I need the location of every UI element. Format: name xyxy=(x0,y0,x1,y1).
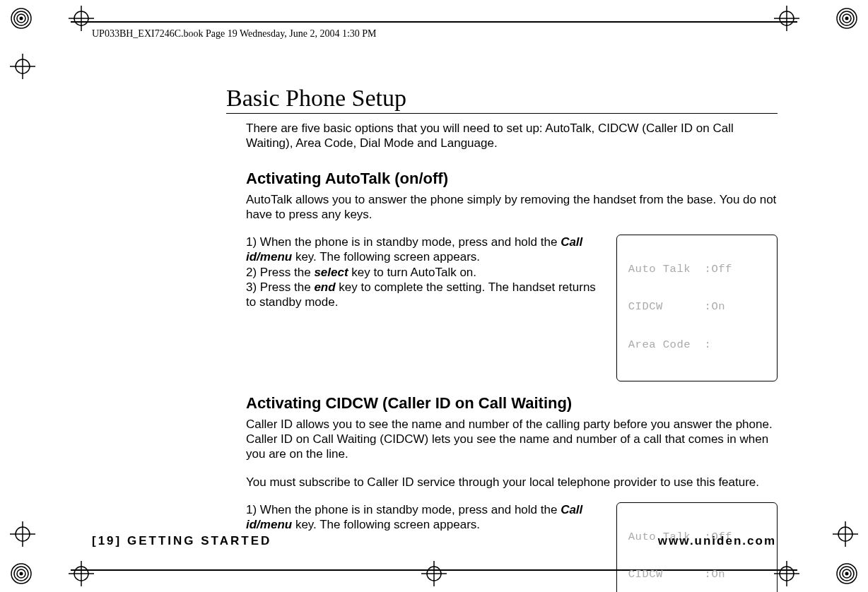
crop-mark-icon xyxy=(833,521,858,547)
book-meta: UP033BH_EXI7246C.book Page 19 Wednesday,… xyxy=(92,28,377,40)
crop-mark-icon xyxy=(10,54,35,79)
step-text: key. The following screen appears. xyxy=(292,518,480,531)
page-title: Basic Phone Setup xyxy=(226,85,778,114)
step-1: 1) When the phone is in standby mode, pr… xyxy=(246,235,606,265)
crop-mark-icon xyxy=(69,6,94,31)
step-text: 1) When the phone is in standby mode, pr… xyxy=(246,235,561,249)
step-1: 1) When the phone is in standby mode, pr… xyxy=(246,502,606,533)
steps-with-figure-autotalk: 1) When the phone is in standby mode, pr… xyxy=(246,235,778,381)
crop-mark-icon xyxy=(10,521,35,547)
reg-circle-icon xyxy=(835,7,858,30)
lcd-screen-figure: Auto Talk :Off CIDCW :On Area Code : xyxy=(616,235,778,381)
lcd-line: CIDCW :On xyxy=(621,301,773,314)
section-body-cidcw-2: You must subscribe to Caller ID service … xyxy=(246,475,778,490)
footer-left: [19] GETTING STARTED xyxy=(92,534,271,548)
lcd-line: Area Code : xyxy=(621,339,773,352)
lcd-line: Auto Talk :Off xyxy=(621,264,773,276)
svg-point-7 xyxy=(845,17,849,20)
crop-mark-icon xyxy=(69,561,94,586)
step-text: 2) Press the xyxy=(246,266,314,279)
step-text: 1) When the phone is in standby mode, pr… xyxy=(246,503,561,516)
step-text: key. The following screen appears. xyxy=(292,250,480,264)
crop-mark-icon xyxy=(774,561,799,586)
page-content: Basic Phone Setup There are five basic o… xyxy=(226,85,778,592)
page-footer: [19] GETTING STARTED www.uniden.com xyxy=(92,534,776,548)
step-3: 3) Press the end key to complete the set… xyxy=(246,280,606,310)
step-text: key to turn AutoTalk on. xyxy=(348,266,476,279)
section-body-autotalk: AutoTalk allows you to answer the phone … xyxy=(246,192,778,223)
section-body-cidcw-1: Caller ID allows you to see the name and… xyxy=(246,417,778,462)
svg-point-15 xyxy=(845,572,849,576)
crop-line-top xyxy=(71,21,797,23)
section-title-autotalk: Activating AutoTalk (on/off) xyxy=(246,170,778,188)
key-name: select xyxy=(314,266,348,279)
step-2: 2) Press the select key to turn AutoTalk… xyxy=(246,265,606,280)
intro-text: There are five basic options that you wi… xyxy=(246,121,778,151)
svg-point-3 xyxy=(20,17,23,20)
reg-circle-icon xyxy=(10,562,33,585)
reg-circle-icon xyxy=(835,562,858,585)
crop-mark-icon xyxy=(774,6,799,31)
svg-point-11 xyxy=(20,572,23,576)
reg-circle-icon xyxy=(10,7,33,30)
footer-right: www.uniden.com xyxy=(658,534,776,548)
lcd-line: CIDCW :On xyxy=(621,569,773,581)
key-name: end xyxy=(314,280,335,294)
step-text: 3) Press the xyxy=(246,280,314,294)
section-title-cidcw: Activating CIDCW (Caller ID on Call Wait… xyxy=(246,394,778,413)
